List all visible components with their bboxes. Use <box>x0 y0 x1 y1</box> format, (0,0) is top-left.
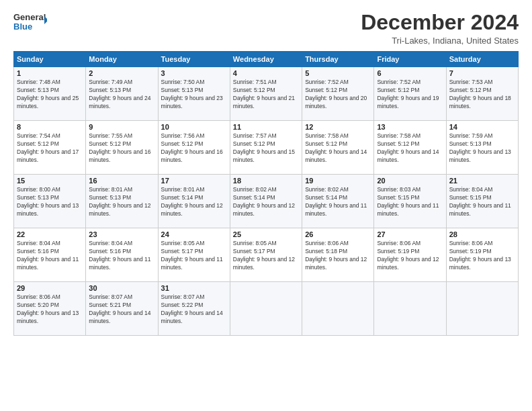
sunrise-text: Sunrise: 8:05 AM <box>233 240 277 246</box>
day-info: Sunrise: 7:51 AM Sunset: 5:12 PM Dayligh… <box>233 79 299 111</box>
sunset-text: Sunset: 5:12 PM <box>377 87 419 93</box>
sunrise-text: Sunrise: 7:57 AM <box>233 132 277 139</box>
sunrise-text: Sunrise: 8:06 AM <box>377 240 420 246</box>
daylight-text: Daylight: 9 hours and 20 minutes. <box>305 95 367 109</box>
sunset-text: Sunset: 5:15 PM <box>377 194 419 201</box>
day-number: 7 <box>449 69 515 77</box>
sunset-text: Sunset: 5:13 PM <box>89 87 131 93</box>
daylight-text: Daylight: 9 hours and 11 minutes. <box>89 256 150 271</box>
daylight-text: Daylight: 9 hours and 13 minutes. <box>17 310 79 324</box>
calendar-cell: 18 Sunrise: 8:02 AM Sunset: 5:14 PM Dayl… <box>230 175 302 228</box>
day-number: 10 <box>161 123 227 131</box>
day-number: 22 <box>17 230 83 238</box>
calendar-cell: 30 Sunrise: 8:07 AM Sunset: 5:21 PM Dayl… <box>86 282 158 336</box>
day-number: 19 <box>305 177 371 185</box>
sunrise-text: Sunrise: 7:59 AM <box>449 132 493 139</box>
day-info: Sunrise: 7:53 AM Sunset: 5:12 PM Dayligh… <box>449 79 515 111</box>
calendar-cell: 23 Sunrise: 8:04 AM Sunset: 5:16 PM Dayl… <box>86 228 158 282</box>
daylight-text: Daylight: 9 hours and 23 minutes. <box>161 95 223 109</box>
sunrise-text: Sunrise: 8:04 AM <box>89 240 132 246</box>
sunrise-text: Sunrise: 8:04 AM <box>449 186 493 193</box>
calendar-cell: 12 Sunrise: 7:58 AM Sunset: 5:12 PM Dayl… <box>302 121 374 175</box>
sunrise-text: Sunrise: 7:50 AM <box>161 79 205 85</box>
daylight-text: Daylight: 9 hours and 24 minutes. <box>89 95 150 109</box>
week-row-3: 15 Sunrise: 8:00 AM Sunset: 5:13 PM Dayl… <box>14 175 519 228</box>
day-info: Sunrise: 7:55 AM Sunset: 5:12 PM Dayligh… <box>89 132 154 165</box>
daylight-text: Daylight: 9 hours and 12 minutes. <box>377 256 439 271</box>
sunrise-text: Sunrise: 8:03 AM <box>377 186 420 193</box>
header-friday: Friday <box>374 52 446 67</box>
day-info: Sunrise: 7:52 AM Sunset: 5:12 PM Dayligh… <box>305 79 371 111</box>
title-block: December 2024 Tri-Lakes, Indiana, United… <box>361 11 519 46</box>
header-monday: Monday <box>86 52 158 67</box>
sunset-text: Sunset: 5:12 PM <box>17 140 59 147</box>
calendar-cell: 13 Sunrise: 7:58 AM Sunset: 5:12 PM Dayl… <box>374 121 446 175</box>
week-row-2: 8 Sunrise: 7:54 AM Sunset: 5:12 PM Dayli… <box>14 121 519 175</box>
sunset-text: Sunset: 5:12 PM <box>233 87 275 93</box>
day-number: 31 <box>161 284 227 292</box>
daylight-text: Daylight: 9 hours and 12 minutes. <box>233 202 295 217</box>
day-number: 17 <box>161 177 227 185</box>
day-info: Sunrise: 8:02 AM Sunset: 5:14 PM Dayligh… <box>305 186 371 218</box>
day-info: Sunrise: 7:54 AM Sunset: 5:12 PM Dayligh… <box>17 132 83 165</box>
day-info: Sunrise: 8:01 AM Sunset: 5:14 PM Dayligh… <box>161 186 227 218</box>
page: General Blue December 2024 Tri-Lakes, In… <box>0 0 532 411</box>
sunrise-text: Sunrise: 7:52 AM <box>305 79 349 85</box>
calendar-cell: 25 Sunrise: 8:05 AM Sunset: 5:17 PM Dayl… <box>230 228 302 282</box>
day-number: 2 <box>89 69 154 77</box>
sunset-text: Sunset: 5:14 PM <box>161 194 204 201</box>
calendar-cell: 3 Sunrise: 7:50 AM Sunset: 5:13 PM Dayli… <box>158 67 230 121</box>
day-number: 14 <box>449 123 515 131</box>
day-number: 18 <box>233 177 299 185</box>
day-info: Sunrise: 7:57 AM Sunset: 5:12 PM Dayligh… <box>233 132 299 165</box>
day-info: Sunrise: 8:04 AM Sunset: 5:15 PM Dayligh… <box>449 186 515 218</box>
calendar-cell: 20 Sunrise: 8:03 AM Sunset: 5:15 PM Dayl… <box>374 175 446 228</box>
day-number: 5 <box>305 69 371 77</box>
sunrise-text: Sunrise: 8:06 AM <box>449 240 493 246</box>
calendar-cell: 22 Sunrise: 8:04 AM Sunset: 5:16 PM Dayl… <box>14 228 86 282</box>
calendar-cell: 1 Sunrise: 7:48 AM Sunset: 5:13 PM Dayli… <box>14 67 86 121</box>
day-info: Sunrise: 8:04 AM Sunset: 5:16 PM Dayligh… <box>17 240 83 272</box>
sunset-text: Sunset: 5:16 PM <box>17 248 59 255</box>
day-info: Sunrise: 7:49 AM Sunset: 5:13 PM Dayligh… <box>89 79 154 111</box>
daylight-text: Daylight: 9 hours and 14 minutes. <box>377 148 439 163</box>
day-number: 21 <box>449 177 515 185</box>
calendar-cell: 8 Sunrise: 7:54 AM Sunset: 5:12 PM Dayli… <box>14 121 86 175</box>
sunset-text: Sunset: 5:12 PM <box>233 140 275 147</box>
day-number: 13 <box>377 123 443 131</box>
day-number: 28 <box>449 230 515 238</box>
daylight-text: Daylight: 9 hours and 15 minutes. <box>233 148 295 163</box>
day-info: Sunrise: 8:00 AM Sunset: 5:13 PM Dayligh… <box>17 186 83 218</box>
day-number: 9 <box>89 123 154 131</box>
calendar-cell: 5 Sunrise: 7:52 AM Sunset: 5:12 PM Dayli… <box>302 67 374 121</box>
sunset-text: Sunset: 5:19 PM <box>449 248 492 255</box>
logo-svg: General Blue <box>13 11 47 35</box>
day-info: Sunrise: 7:58 AM Sunset: 5:12 PM Dayligh… <box>305 132 371 165</box>
day-number: 24 <box>161 230 227 238</box>
day-info: Sunrise: 7:52 AM Sunset: 5:12 PM Dayligh… <box>377 79 443 111</box>
sunrise-text: Sunrise: 8:01 AM <box>89 186 132 193</box>
page-title: December 2024 <box>361 11 519 34</box>
sunrise-text: Sunrise: 7:58 AM <box>377 132 420 139</box>
day-info: Sunrise: 8:06 AM Sunset: 5:18 PM Dayligh… <box>305 240 371 272</box>
sunrise-text: Sunrise: 7:52 AM <box>377 79 420 85</box>
sunrise-text: Sunrise: 7:54 AM <box>17 132 60 139</box>
sunrise-text: Sunrise: 8:07 AM <box>161 293 205 300</box>
daylight-text: Daylight: 9 hours and 12 minutes. <box>305 256 367 271</box>
calendar-cell <box>446 282 518 336</box>
week-row-4: 22 Sunrise: 8:04 AM Sunset: 5:16 PM Dayl… <box>14 228 519 282</box>
sunset-text: Sunset: 5:20 PM <box>17 302 59 308</box>
header-sunday: Sunday <box>14 52 86 67</box>
day-number: 20 <box>377 177 443 185</box>
sunset-text: Sunset: 5:12 PM <box>305 87 347 93</box>
day-info: Sunrise: 7:48 AM Sunset: 5:13 PM Dayligh… <box>17 79 83 111</box>
sunrise-text: Sunrise: 8:00 AM <box>17 186 60 193</box>
page-subtitle: Tri-Lakes, Indiana, United States <box>361 36 519 46</box>
sunrise-text: Sunrise: 8:04 AM <box>17 240 60 246</box>
calendar-cell: 28 Sunrise: 8:06 AM Sunset: 5:19 PM Dayl… <box>446 228 518 282</box>
sunset-text: Sunset: 5:12 PM <box>161 140 204 147</box>
calendar-cell: 10 Sunrise: 7:56 AM Sunset: 5:12 PM Dayl… <box>158 121 230 175</box>
calendar-cell: 9 Sunrise: 7:55 AM Sunset: 5:12 PM Dayli… <box>86 121 158 175</box>
sunrise-text: Sunrise: 7:48 AM <box>17 79 60 85</box>
calendar-cell: 27 Sunrise: 8:06 AM Sunset: 5:19 PM Dayl… <box>374 228 446 282</box>
